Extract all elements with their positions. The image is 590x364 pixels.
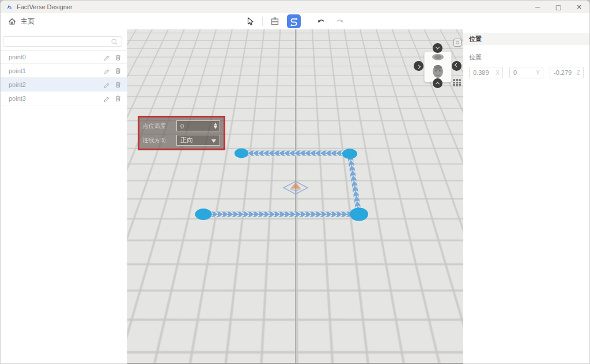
point-label: point3 — [9, 95, 26, 102]
home-button[interactable]: 主页 — [7, 15, 35, 28]
waypoint-point0[interactable] — [235, 149, 248, 158]
chevron-left-icon — [455, 63, 459, 67]
window-title: FactVerse Designer — [17, 3, 73, 10]
edit-icon[interactable] — [103, 54, 110, 60]
line-direction-label: 连线方向 — [143, 136, 176, 145]
chevron-right-icon — [417, 65, 421, 69]
viewport-3d[interactable]: 点位高度 0 连线方向 正向 — [127, 29, 463, 364]
undo-icon — [316, 16, 326, 26]
point-height-label: 点位高度 — [143, 122, 176, 130]
chevron-up-icon — [436, 82, 440, 86]
edit-icon[interactable] — [103, 95, 110, 102]
rotate-right-button[interactable] — [452, 61, 462, 71]
undo-button[interactable] — [314, 14, 328, 28]
edit-icon[interactable] — [103, 81, 110, 88]
axis-x-label: X — [496, 70, 500, 76]
chevron-down-icon — [211, 139, 216, 143]
model-tool-button[interactable] — [268, 14, 282, 28]
reset-view-button[interactable] — [453, 39, 462, 47]
close-button[interactable]: ✕ — [569, 1, 589, 13]
waypoint-point3[interactable] — [195, 208, 212, 220]
point-list: point0 point1 point2 — [1, 50, 127, 105]
reset-view-icon — [456, 41, 459, 44]
stepper-down-icon[interactable] — [214, 126, 217, 129]
route-icon — [288, 16, 300, 27]
position-fields: X Y Z — [469, 67, 584, 78]
list-item-point2[interactable]: point2 — [1, 78, 127, 92]
minimize-button[interactable]: ─ — [527, 1, 548, 13]
viewcube-head-icon — [425, 52, 451, 82]
point-label: point1 — [9, 67, 26, 74]
view-gizmo — [413, 36, 463, 92]
path-tool-button[interactable] — [287, 14, 301, 28]
cursor-icon — [245, 16, 255, 26]
edit-icon[interactable] — [103, 67, 110, 74]
toolbar-divider — [262, 17, 263, 26]
delete-icon[interactable] — [115, 54, 122, 61]
inspector-panel: 位置 位置 X Y Z — [463, 29, 589, 363]
origin-marker-icon — [283, 181, 308, 194]
home-label: 主页 — [21, 17, 35, 26]
delete-icon[interactable] — [115, 67, 122, 74]
viewcube[interactable] — [424, 51, 452, 82]
path-segment-right — [347, 153, 362, 214]
sidebar: point0 point1 point2 — [1, 29, 127, 363]
titlebar: FactVerse Designer ─ ▢ ✕ — [1, 1, 589, 13]
grid-toggle-button[interactable] — [453, 79, 461, 86]
stepper-arrows[interactable] — [212, 122, 218, 130]
position-z-field: Z — [550, 67, 584, 78]
toolbar: 主页 — [1, 13, 589, 29]
rotate-up-button[interactable] — [433, 78, 442, 88]
point-properties-panel: 点位高度 0 连线方向 正向 — [138, 116, 225, 150]
box-icon — [270, 16, 280, 26]
redo-button[interactable] — [333, 14, 347, 28]
rotate-down-button[interactable] — [433, 43, 442, 53]
search-box — [3, 36, 122, 47]
delete-icon[interactable] — [115, 94, 122, 102]
inspector-header: 位置 — [463, 33, 589, 45]
select-tool-button[interactable] — [243, 14, 257, 28]
waypoint-point1[interactable] — [342, 149, 357, 159]
axis-y-label: Y — [536, 70, 540, 76]
redo-icon — [335, 16, 345, 26]
rotate-left-button[interactable] — [414, 61, 423, 71]
position-x-field: X — [469, 67, 503, 78]
waypoint-point2[interactable] — [350, 208, 368, 221]
home-icon — [7, 17, 17, 26]
position-section-label: 位置 — [469, 53, 584, 62]
maximize-button[interactable]: ▢ — [548, 1, 569, 13]
stepper-up-icon[interactable] — [214, 123, 217, 126]
list-item-point3[interactable]: point3 — [1, 92, 127, 105]
path-segment-top — [241, 151, 350, 156]
delete-icon[interactable] — [115, 81, 122, 88]
path-segment-bottom — [203, 212, 359, 217]
search-icon — [111, 38, 118, 46]
chevron-down-icon — [436, 46, 440, 50]
search-input[interactable] — [3, 37, 122, 46]
point-label: point2 — [9, 81, 26, 88]
line-direction-dropdown[interactable]: 正向 — [176, 135, 220, 146]
app-window: FactVerse Designer ─ ▢ ✕ 主页 — [0, 0, 590, 364]
list-item-point0[interactable]: point0 — [1, 50, 127, 64]
list-item-point1[interactable]: point1 — [1, 64, 127, 78]
point-height-input[interactable]: 0 — [176, 120, 220, 131]
position-y-field: Y — [509, 67, 543, 78]
app-logo-icon — [6, 3, 13, 10]
point-label: point0 — [9, 54, 26, 60]
axis-z-label: Z — [577, 70, 580, 76]
